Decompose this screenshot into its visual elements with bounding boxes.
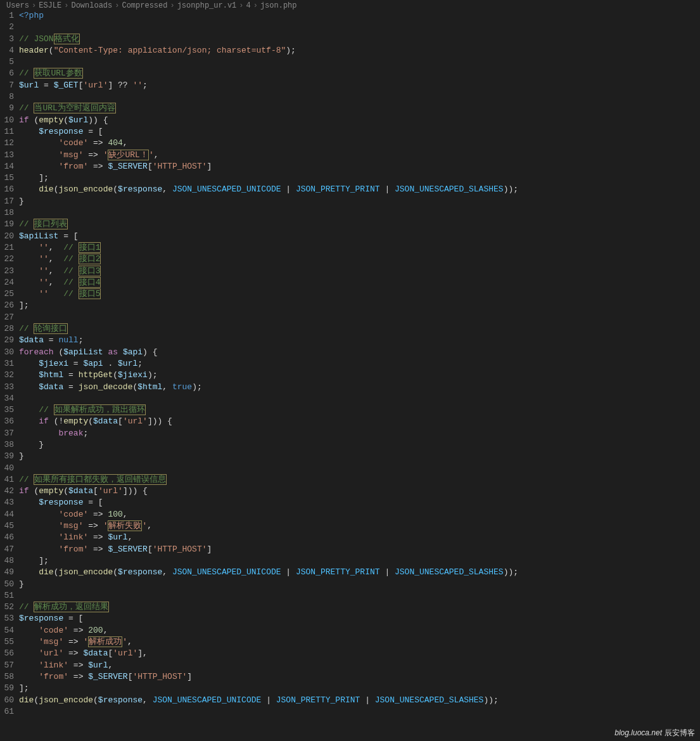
code-line[interactable]: die(json_encode($response, JSON_UNESCAPE… [19,184,700,195]
token: = [39,81,53,90]
code-line[interactable] [19,590,700,602]
token: $jiexi [39,359,68,368]
breadcrumb-segment[interactable]: Users [6,1,29,10]
code-line[interactable]: if (empty($url)) { [19,115,700,126]
line-number: 28 [0,323,14,335]
code-line[interactable]: } [19,196,700,207]
token: , [103,626,108,635]
breadcrumb-segment[interactable]: ESJLE [39,1,61,10]
code-line[interactable]: header("Content-Type: application/json; … [19,45,700,56]
code-line[interactable]: $data = json_decode($html, true); [19,382,700,393]
code-line[interactable]: $response = [ [19,497,700,508]
code-line[interactable]: } [19,439,700,451]
code-line[interactable] [19,91,700,103]
code-line[interactable]: $response = [ [19,613,700,624]
code-area[interactable]: <?php// JSON格式化header("Content-Type: app… [16,10,700,741]
code-line[interactable] [19,22,700,33]
code-line[interactable]: // 如果解析成功，跳出循环 [19,404,700,416]
code-line[interactable]: foreach ($apiList as $api) { [19,347,700,358]
code-line[interactable]: // 获取URL参数 [19,68,700,79]
code-line[interactable]: if (empty($data['url'])) { [19,486,700,497]
code-line[interactable]: 'code' => 100, [19,509,700,520]
code-line[interactable]: // 接口列表 [19,219,700,230]
code-editor[interactable]: 1234567891011121314151617181920212223242… [0,10,700,741]
token: 'code' [58,138,88,148]
token: => [88,510,108,519]
token: , [49,278,63,287]
code-line[interactable] [19,312,700,323]
code-line[interactable]: $apiList = [ [19,231,700,242]
code-line[interactable]: ]; [19,683,700,694]
code-line[interactable]: break; [19,428,700,439]
code-line[interactable]: 'link' => $url, [19,660,700,671]
code-line[interactable]: 'code' => 200, [19,625,700,636]
code-line[interactable]: // 解析成功，返回结果 [19,602,700,613]
code-line[interactable]: // 当URL为空时返回内容 [19,103,700,114]
line-number: 56 [0,648,14,659]
token: , [49,243,63,252]
code-line[interactable]: die(json_encode($response, JSON_UNESCAPE… [19,695,700,706]
code-line[interactable]: // 如果所有接口都失败，返回错误信息 [19,474,700,486]
code-line[interactable]: 'link' => $url, [19,532,700,543]
code-line[interactable] [19,463,700,474]
code-line[interactable] [19,207,700,219]
token: = [ [83,127,103,136]
code-line[interactable]: '' // 接口5 [19,288,700,300]
token: [ [148,544,153,554]
token: } [19,440,44,449]
line-number: 33 [0,382,14,393]
token: 接口5 [79,288,101,299]
code-line[interactable]: 'from' => $_SERVER['HTTP_HOST'] [19,161,700,172]
token: JSON_PRETTY_PRINT [276,695,360,705]
token: 如果所有接口都失败，返回错误信息 [34,474,167,485]
code-line[interactable] [19,393,700,404]
code-line[interactable]: } [19,579,700,590]
code-line[interactable]: $data = null; [19,335,700,346]
token: $url [118,359,137,368]
token: $api [83,359,103,368]
breadcrumb-segment[interactable]: Downloads [71,1,112,10]
token: ) { [143,347,157,357]
code-line[interactable]: 'from' => $_SERVER['HTTP_HOST'] [19,671,700,683]
code-line[interactable]: $jiexi = $api . $url; [19,358,700,370]
breadcrumb-segment[interactable]: Compressed [122,1,167,10]
token: // [63,289,78,299]
code-line[interactable]: 'url' => $data['url'], [19,648,700,659]
breadcrumb[interactable]: Users›ESJLE›Downloads›Compressed›jsonphp… [0,0,700,10]
code-line[interactable]: ]; [19,555,700,567]
code-line[interactable]: $response = [ [19,126,700,138]
token: => [68,626,88,635]
code-line[interactable]: } [19,451,700,462]
breadcrumb-segment[interactable]: json.php [260,1,297,10]
code-line[interactable]: '', // 接口1 [19,242,700,254]
code-line[interactable]: '', // 接口4 [19,277,700,288]
code-line[interactable]: <?php [19,10,700,22]
line-number: 61 [0,706,14,718]
token: [ [93,486,98,496]
code-line[interactable]: 'msg' => '缺少URL！', [19,150,700,161]
code-line[interactable]: ]; [19,300,700,311]
code-line[interactable]: $url = $_GET['url'] ?? ''; [19,80,700,91]
code-line[interactable]: // JSON格式化 [19,34,700,45]
code-line[interactable]: 'code' => 404, [19,138,700,149]
token: empty [63,416,88,426]
code-line[interactable]: ]; [19,172,700,184]
token: 缺少URL！ [108,150,148,160]
code-line[interactable]: 'msg' => '解析成功', [19,636,700,648]
code-line[interactable]: die(json_encode($response, JSON_UNESCAPE… [19,567,700,578]
code-line[interactable] [19,56,700,68]
code-line[interactable]: '', // 接口2 [19,254,700,265]
breadcrumb-segment[interactable]: jsonphp_ur.v1 [177,1,237,10]
code-line[interactable] [19,706,700,718]
breadcrumb-segment[interactable]: 4 [246,1,251,10]
token [19,544,58,554]
code-line[interactable]: 'msg' => '解析失败', [19,520,700,532]
token: $response [98,695,143,705]
code-line[interactable]: if (!empty($data['url'])) { [19,416,700,427]
code-line[interactable]: 'from' => $_SERVER['HTTP_HOST'] [19,544,700,555]
code-line[interactable]: // 轮询接口 [19,323,700,335]
token: [ [148,162,153,171]
code-line[interactable]: $html = httpGet($jiexi); [19,370,700,381]
token [19,567,39,577]
code-line[interactable]: '', // 接口3 [19,266,700,277]
